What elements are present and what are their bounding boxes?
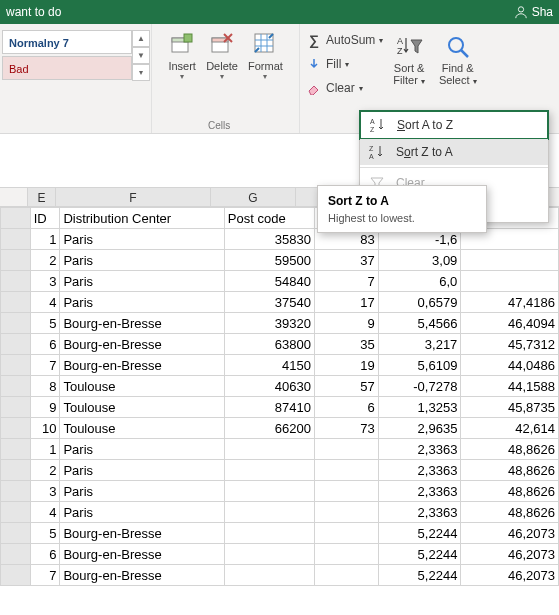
row-header[interactable] bbox=[1, 292, 31, 313]
svg-text:Z: Z bbox=[370, 126, 375, 133]
svg-point-0 bbox=[518, 7, 523, 12]
table-row[interactable]: 3Paris2,336348,8626 bbox=[1, 481, 559, 502]
col-header-E[interactable]: E bbox=[28, 188, 56, 206]
row-header[interactable] bbox=[1, 565, 31, 586]
spreadsheet-grid[interactable]: ID Distribution Center Post code Value 1… bbox=[0, 207, 559, 586]
delete-button[interactable]: Delete ▾ bbox=[206, 30, 238, 81]
col-header-F[interactable]: F bbox=[56, 188, 211, 206]
row-header[interactable] bbox=[1, 334, 31, 355]
sigma-icon: ∑ bbox=[306, 32, 322, 48]
row-header[interactable] bbox=[1, 544, 31, 565]
cells-group: Insert ▾ Delete ▾ Format ▾ bbox=[152, 24, 300, 133]
user-icon bbox=[514, 5, 528, 19]
styles-scroll-down[interactable]: ▼ bbox=[132, 47, 150, 64]
titlebar: want to do Sha bbox=[0, 0, 559, 24]
row-header[interactable] bbox=[1, 313, 31, 334]
row-header[interactable] bbox=[1, 502, 31, 523]
row-header[interactable] bbox=[1, 250, 31, 271]
svg-point-11 bbox=[449, 38, 463, 52]
chevron-down-icon: ▾ bbox=[180, 72, 184, 81]
row-header[interactable] bbox=[1, 481, 31, 502]
table-row[interactable]: 7Bourg-en-Bresse4150195,610944,0486 bbox=[1, 355, 559, 376]
chevron-down-icon: ▾ bbox=[220, 72, 224, 81]
tooltip-title: Sort Z to A bbox=[328, 194, 476, 208]
chevron-down-icon: ▾ bbox=[263, 72, 267, 81]
fill-button[interactable]: Fill ▾ bbox=[306, 54, 383, 74]
format-icon bbox=[251, 30, 279, 58]
style-normal[interactable]: Normalny 7 bbox=[2, 30, 132, 54]
separator bbox=[360, 167, 548, 168]
delete-icon bbox=[208, 30, 236, 58]
style-bad[interactable]: Bad bbox=[2, 56, 132, 80]
sort-za-label: rt Z to A bbox=[411, 145, 453, 159]
row-header[interactable] bbox=[1, 523, 31, 544]
fill-icon bbox=[306, 56, 322, 72]
svg-text:A: A bbox=[397, 36, 403, 46]
styles-scroll-up[interactable]: ▲ bbox=[132, 30, 150, 47]
row-header[interactable] bbox=[1, 418, 31, 439]
eraser-icon bbox=[306, 80, 322, 96]
sort-z-to-a-item[interactable]: ZA Sort Z to A bbox=[360, 139, 548, 165]
insert-button[interactable]: Insert ▾ bbox=[168, 30, 196, 81]
table-row[interactable]: 3Paris5484076,0 bbox=[1, 271, 559, 292]
cells-group-label: Cells bbox=[208, 120, 230, 131]
table-row[interactable]: 1Paris2,336348,8626 bbox=[1, 439, 559, 460]
sort-az-label: ort A to Z bbox=[405, 118, 453, 132]
svg-line-12 bbox=[461, 50, 468, 57]
col-header-G[interactable]: G bbox=[211, 188, 296, 206]
table-row[interactable]: 4Paris2,336348,8626 bbox=[1, 502, 559, 523]
svg-text:Z: Z bbox=[397, 46, 403, 56]
styles-group: Normalny 7 Bad ▲ ▼ ▾ bbox=[0, 24, 152, 133]
svg-text:Z: Z bbox=[369, 145, 374, 152]
svg-text:A: A bbox=[370, 118, 375, 125]
row-header[interactable] bbox=[1, 376, 31, 397]
table-row[interactable]: 2Paris59500373,09 bbox=[1, 250, 559, 271]
table-row[interactable]: 8Toulouse4063057-0,727844,1588 bbox=[1, 376, 559, 397]
window-title: want to do bbox=[6, 5, 61, 19]
search-icon bbox=[443, 32, 473, 62]
table-row[interactable]: 5Bourg-en-Bresse3932095,456646,4094 bbox=[1, 313, 559, 334]
table-row[interactable]: 4Paris37540170,657947,4186 bbox=[1, 292, 559, 313]
svg-rect-3 bbox=[184, 34, 192, 42]
table-row[interactable]: 7Bourg-en-Bresse5,224446,2073 bbox=[1, 565, 559, 586]
format-button[interactable]: Format ▾ bbox=[248, 30, 283, 81]
autosum-button[interactable]: ∑ AutoSum ▾ bbox=[306, 30, 383, 50]
row-header[interactable] bbox=[1, 439, 31, 460]
share-area[interactable]: Sha bbox=[514, 5, 553, 19]
styles-open[interactable]: ▾ bbox=[132, 64, 150, 81]
share-label: Sha bbox=[532, 5, 553, 19]
sort-za-icon: ZA bbox=[368, 144, 386, 160]
table-row[interactable]: 9Toulouse8741061,325345,8735 bbox=[1, 397, 559, 418]
row-header[interactable] bbox=[1, 397, 31, 418]
insert-icon bbox=[168, 30, 196, 58]
table-row[interactable]: 6Bourg-en-Bresse63800353,21745,7312 bbox=[1, 334, 559, 355]
select-all-corner[interactable] bbox=[0, 188, 28, 206]
row-header[interactable] bbox=[1, 460, 31, 481]
table-row[interactable]: 6Bourg-en-Bresse5,224446,2073 bbox=[1, 544, 559, 565]
row-header[interactable] bbox=[1, 271, 31, 292]
sort-az-icon: AZ bbox=[369, 117, 387, 133]
tooltip-desc: Highest to lowest. bbox=[328, 212, 476, 224]
sort-filter-icon: AZ bbox=[394, 32, 424, 62]
table-row[interactable]: 2Paris2,336348,8626 bbox=[1, 460, 559, 481]
row-header[interactable] bbox=[1, 208, 31, 229]
row-header[interactable] bbox=[1, 229, 31, 250]
row-header[interactable] bbox=[1, 355, 31, 376]
svg-text:A: A bbox=[369, 153, 374, 160]
sort-a-to-z-item[interactable]: AZ Sort A to Z bbox=[359, 110, 549, 140]
table-row[interactable]: 5Bourg-en-Bresse5,224446,2073 bbox=[1, 523, 559, 544]
clear-button[interactable]: Clear ▾ bbox=[306, 78, 383, 98]
tooltip: Sort Z to A Highest to lowest. bbox=[317, 185, 487, 233]
table-row[interactable]: 10Toulouse66200732,963542,614 bbox=[1, 418, 559, 439]
